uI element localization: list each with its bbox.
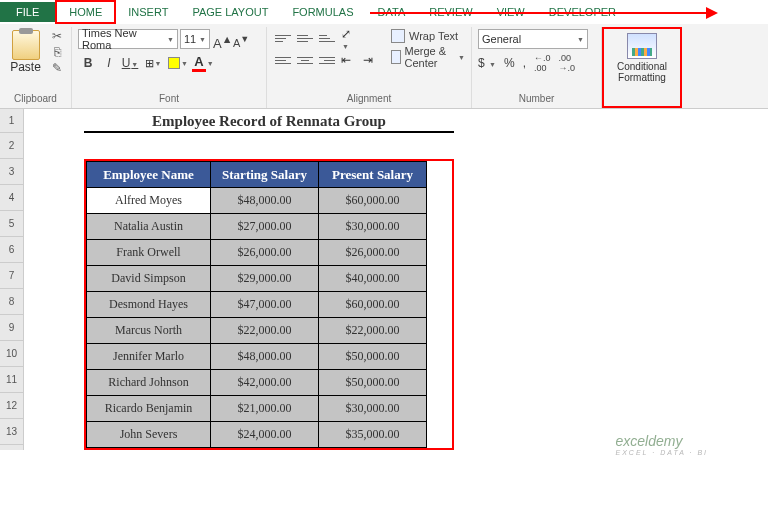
wrap-icon [391, 29, 405, 43]
comma-button[interactable]: , [523, 56, 526, 70]
clipboard-group-label: Clipboard [6, 91, 65, 106]
align-left-button[interactable] [273, 51, 293, 69]
cell-name[interactable]: Richard Johnson [87, 370, 211, 396]
row-header[interactable]: 6 [0, 237, 23, 263]
row-header[interactable]: 8 [0, 289, 23, 315]
cell-present[interactable]: $40,000.00 [319, 266, 427, 292]
percent-button[interactable]: % [504, 56, 515, 70]
decrease-indent-button[interactable]: ⇤ [339, 51, 359, 69]
format-painter-button[interactable]: ✎ [49, 61, 65, 75]
conditional-formatting-label: Conditional Formatting [612, 61, 672, 83]
merge-center-button[interactable]: Merge & Center▼ [391, 45, 465, 69]
cell-present[interactable]: $60,000.00 [319, 188, 427, 214]
decrease-decimal-button[interactable]: .00→.0 [559, 53, 576, 73]
cell-name[interactable]: Alfred Moyes [87, 188, 211, 214]
paste-button[interactable]: Paste [6, 30, 45, 74]
row-header[interactable]: 10 [0, 341, 23, 367]
cell-name[interactable]: Frank Orwell [87, 240, 211, 266]
border-button[interactable]: ⊞▼ [141, 53, 165, 73]
font-name-select[interactable]: Times New Roma▼ [78, 29, 178, 49]
row-header[interactable]: 13 [0, 419, 23, 445]
font-color-button[interactable]: A▼ [191, 53, 215, 73]
row-header[interactable]: 12 [0, 393, 23, 419]
number-group-label: Number [478, 91, 595, 106]
merge-icon [391, 50, 401, 64]
cell-name[interactable]: Marcus North [87, 318, 211, 344]
cell-name[interactable]: Desmond Hayes [87, 292, 211, 318]
cell-present[interactable]: $50,000.00 [319, 344, 427, 370]
cut-button[interactable]: ✂ [49, 29, 65, 43]
shrink-font-button[interactable]: A▼ [232, 29, 250, 49]
group-font: Times New Roma▼ 11▼ A▲ A▼ B I U▼ ⊞▼ ▼ A▼… [72, 27, 267, 108]
conditional-formatting-icon [627, 33, 657, 59]
row-headers: 1 2 3 4 5 6 7 8 9 10 11 12 13 [0, 109, 24, 450]
copy-button[interactable]: ⎘ [49, 45, 65, 59]
paste-icon [12, 30, 40, 60]
fill-color-button[interactable]: ▼ [166, 53, 190, 73]
cell-present[interactable]: $30,000.00 [319, 214, 427, 240]
align-right-button[interactable] [317, 51, 337, 69]
cell-start[interactable]: $42,000.00 [211, 370, 319, 396]
cell-start[interactable]: $22,000.00 [211, 318, 319, 344]
cell-start[interactable]: $27,000.00 [211, 214, 319, 240]
empty-row[interactable] [84, 133, 454, 159]
currency-button[interactable]: $ ▼ [478, 56, 496, 70]
increase-decimal-button[interactable]: ←.0.00 [534, 53, 551, 73]
row-header[interactable]: 4 [0, 185, 23, 211]
orientation-button[interactable]: ⤢▼ [339, 29, 359, 47]
col-header-present[interactable]: Present Salary [319, 162, 427, 188]
cell-present[interactable]: $60,000.00 [319, 292, 427, 318]
cell-name[interactable]: David Simpson [87, 266, 211, 292]
row-header[interactable]: 2 [0, 133, 23, 159]
conditional-formatting-button[interactable]: Conditional Formatting [610, 31, 674, 85]
cell-start[interactable]: $29,000.00 [211, 266, 319, 292]
align-bottom-button[interactable] [317, 29, 337, 47]
row-header[interactable]: 11 [0, 367, 23, 393]
cell-present[interactable]: $50,000.00 [319, 370, 427, 396]
align-top-button[interactable] [273, 29, 293, 47]
increase-indent-button[interactable]: ⇥ [361, 51, 381, 69]
row-header[interactable]: 5 [0, 211, 23, 237]
bold-button[interactable]: B [78, 53, 98, 73]
cell-start[interactable]: $21,000.00 [211, 396, 319, 422]
cell-start[interactable]: $24,000.00 [211, 422, 319, 448]
cell-start[interactable]: $47,000.00 [211, 292, 319, 318]
cell-start[interactable]: $48,000.00 [211, 344, 319, 370]
row-header[interactable]: 1 [0, 109, 23, 133]
cell-name[interactable]: John Severs [87, 422, 211, 448]
paste-label: Paste [10, 60, 41, 74]
row-header[interactable]: 7 [0, 263, 23, 289]
cell-present[interactable]: $26,000.00 [319, 240, 427, 266]
worksheet: 1 2 3 4 5 6 7 8 9 10 11 12 13 Employee R… [0, 109, 768, 450]
tab-file[interactable]: FILE [0, 2, 55, 22]
group-conditional-formatting: Conditional Formatting [602, 27, 682, 108]
cell-present[interactable]: $22,000.00 [319, 318, 427, 344]
grow-font-button[interactable]: A▲ [212, 29, 230, 49]
tab-pagelayout[interactable]: PAGE LAYOUT [180, 2, 280, 22]
tab-formulas[interactable]: FORMULAS [280, 2, 365, 22]
cell-present[interactable]: $30,000.00 [319, 396, 427, 422]
cell-start[interactable]: $48,000.00 [211, 188, 319, 214]
align-center-button[interactable] [295, 51, 315, 69]
italic-button[interactable]: I [99, 53, 119, 73]
tab-home[interactable]: HOME [55, 0, 116, 24]
wrap-text-button[interactable]: Wrap Text [391, 29, 465, 43]
col-header-start[interactable]: Starting Salary [211, 162, 319, 188]
number-format-select[interactable]: General▼ [478, 29, 588, 49]
cell-name[interactable]: Jennifer Marlo [87, 344, 211, 370]
cell-start[interactable]: $26,000.00 [211, 240, 319, 266]
underline-button[interactable]: U▼ [120, 53, 140, 73]
sheet-title[interactable]: Employee Record of Rennata Group [84, 109, 454, 133]
cell-name[interactable]: Ricardo Benjamin [87, 396, 211, 422]
row-header[interactable]: 9 [0, 315, 23, 341]
cell-present[interactable]: $35,000.00 [319, 422, 427, 448]
font-size-select[interactable]: 11▼ [180, 29, 210, 49]
row-header[interactable]: 3 [0, 159, 23, 185]
align-middle-button[interactable] [295, 29, 315, 47]
tab-insert[interactable]: INSERT [116, 2, 180, 22]
col-header-name[interactable]: Employee Name [87, 162, 211, 188]
font-group-label: Font [78, 91, 260, 106]
ribbon: Paste ✂ ⎘ ✎ Clipboard Times New Roma▼ 11… [0, 24, 768, 109]
fill-color-icon [168, 57, 180, 69]
cell-name[interactable]: Natalia Austin [87, 214, 211, 240]
